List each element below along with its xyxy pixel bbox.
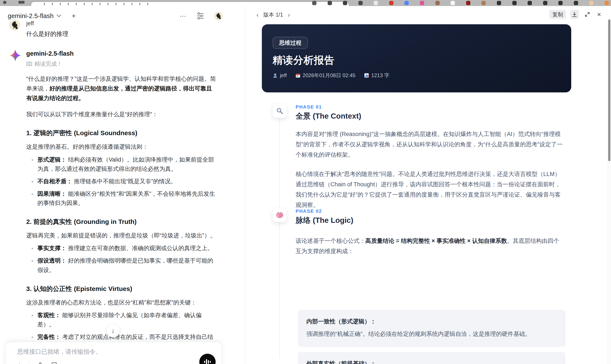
menubar-icon-fragment [605, 1, 609, 5]
menubar-icon-fragment [574, 1, 578, 5]
menubar-icon-fragment [435, 1, 440, 5]
next-version-button[interactable]: › [288, 12, 290, 18]
chevron-down-icon[interactable] [56, 14, 61, 17]
arrow-down-icon: ↓ [111, 327, 115, 335]
preview-header: ‹ 版本 1/1 › 复制 × [245, 6, 611, 23]
menu-bar [0, 0, 611, 6]
user-avatar[interactable] [214, 12, 223, 20]
assistant-status-text: 精读完成！ [34, 60, 62, 68]
hero-badge: 思维过程 [273, 37, 308, 49]
magnifier-icon [273, 104, 287, 118]
download-button[interactable] [570, 10, 579, 19]
menubar-icon-fragment [451, 1, 455, 5]
preview-scrollbar[interactable] [608, 18, 611, 364]
section-heading: 2. 前提的真实性 (Grounding in Truth) [26, 218, 217, 226]
version-navigator: ‹ 版本 1/1 › [256, 11, 290, 18]
app-window: gemini-2.5-flash + ⋯ [0, 6, 611, 364]
model-selector[interactable]: gemini-2.5-flash [8, 12, 53, 20]
menubar-icon-fragment [404, 1, 409, 5]
section-desc: 逻辑再完美，如果前提是错误的，推理也是垃圾（即“垃圾进，垃圾出”）。 [26, 231, 217, 240]
scrollbar-thumb[interactable] [608, 19, 610, 161]
assistant-message: gemini-2.5-flash 精读完成！ “什么是好的推理？”这是一个涉及逻… [9, 49, 224, 364]
section-heading: 3. 认知的公正性 (Epistemic Virtues) [26, 285, 217, 293]
report-meta: jeff 2026年01月08日 02:45 1213 字 [273, 72, 389, 79]
book-icon [26, 62, 32, 67]
copy-button[interactable]: 复制 [549, 10, 566, 19]
bullet-item: 因果清晰： 能准确区分“相关性”和“因果关系”，不会轻率地将先后发生的事情归为因… [26, 189, 217, 208]
bullet-item: 事实支撑： 推理建立在可靠的数据、准确的观测或公认的真理之上。 [26, 244, 217, 253]
close-panel-button[interactable]: × [596, 11, 602, 18]
skills-diamonds-icon[interactable] [37, 362, 44, 364]
waveform-icon [203, 358, 212, 364]
new-chat-button[interactable]: + [72, 12, 76, 20]
phase-body: 本内容是对“推理 (Reasoning)”这一抽象概念的高层建模。在知识爆炸与人… [296, 129, 563, 219]
scroll-to-bottom-button[interactable]: ↓ [106, 324, 120, 337]
more-options-button[interactable]: ⋯ [180, 12, 186, 20]
menubar-glyph-fragment [18, 1, 25, 4]
user-name: jeff [26, 20, 68, 27]
chat-messages: jeff 什么是好的推理 [9, 19, 224, 364]
assistant-paragraph: 我们可以从以下四个维度来衡量什么是“好的推理”： [26, 110, 217, 119]
timeline-line [279, 113, 280, 358]
settings-sliders-icon[interactable] [197, 12, 204, 20]
attach-plus-button[interactable]: + [17, 362, 22, 364]
bullet-item: 不自相矛盾： 推理链条中不能出现“既是又非”的情况。 [26, 177, 217, 186]
phase-label: PHASE 02 [296, 208, 322, 214]
menubar-icon-fragment [312, 1, 317, 5]
user-message: jeff 什么是好的推理 [9, 19, 224, 38]
bullet-item: 形式逻辑： 结构必须有效（Valid）。比如演绎推理中，如果前提全部为真，那么通… [26, 155, 217, 174]
download-icon [572, 12, 577, 17]
section-heading: 1. 逻辑的严密性 (Logical Soundness) [26, 129, 217, 138]
menubar-icon-fragment [420, 1, 424, 5]
screen: gemini-2.5-flash + ⋯ [0, 0, 611, 364]
date-meta: 2026年01月08日 02:45 [295, 72, 356, 79]
author-meta: jeff [273, 72, 287, 78]
phase-paragraph: 该论述基于一个核心公式：高质量结论 = 结构完整性 × 事实准确性 × 认知自律… [296, 236, 563, 256]
phase-title: 脉络 (The Logic) [296, 215, 353, 225]
fullscreen-button[interactable] [583, 10, 592, 19]
phase-body: 该论述基于一个核心公式：高质量结论 = 结构完整性 × 事实准确性 × 认知自律… [296, 236, 563, 265]
message-input-placeholder[interactable]: 思维接口已就绪，请传输指令。 [17, 348, 102, 356]
assistant-status: 精读完成！ [26, 60, 217, 68]
user-message-text: 什么是好的推理 [26, 30, 68, 38]
calendar-icon [295, 73, 301, 78]
menubar-icon-fragment [528, 1, 532, 5]
card-title: 外部真实性（前提基础）： [306, 360, 557, 364]
artifact-preview-panel: ‹ 版本 1/1 › 复制 × 思维过 [245, 6, 611, 364]
bullet-list: 形式逻辑： 结构必须有效（Valid）。比如演绎推理中，如果前提全部为真，那么通… [26, 155, 217, 208]
report-body: PHASE 01 全景 (The Context) 本内容是对“推理 (Reas… [262, 92, 571, 363]
phase-title: 全景 (The Context) [296, 111, 361, 121]
brain-icon [273, 208, 287, 222]
section-desc: 这涉及推理者的心态和方法论，也是区分“杠精”和“思想家”的关键： [26, 298, 217, 307]
card-text: 强调推理的“机械正确”。结论必须在给定的规则系统内逻辑自洽，这是推理的硬件基础。 [306, 329, 557, 339]
prev-version-button[interactable]: ‹ [256, 12, 259, 18]
report-hero: 思维过程 精读分析报告 jeff 2026年01月08日 02:45 [262, 24, 571, 92]
report-title: 精读分析报告 [273, 53, 334, 67]
phase-paragraph: 本内容是对“推理 (Reasoning)”这一抽象概念的高层建模。在知识爆炸与人… [296, 129, 563, 160]
menubar-icon-fragment [466, 1, 470, 5]
menubar-icon-fragment [389, 1, 393, 5]
version-label: 版本 1/1 [263, 11, 283, 18]
bullet-list: 事实支撑： 推理建立在可靠的数据、准确的观测或公认的真理之上。 假设透明： 好的… [26, 244, 217, 275]
menubar-icon-fragments [312, 1, 609, 5]
phase-paragraph: 核心情境在于解决“思考的随意性”问题。不论是人类通过批判性思维进行决策，还是大语… [296, 169, 563, 210]
menubar-text-fragments [44, 3, 148, 5]
menubar-icon-fragment [481, 1, 486, 5]
menubar-icon-fragment [497, 1, 501, 5]
expand-icon [584, 12, 590, 17]
message-input-card[interactable]: 思维接口已就绪，请传输指令。 + [5, 342, 222, 364]
gemini-star-icon [9, 49, 22, 62]
bookmark-icon[interactable] [51, 362, 57, 364]
menubar-icon-fragment [328, 1, 332, 5]
voice-input-button[interactable] [199, 354, 216, 364]
phase-label: PHASE 01 [296, 104, 322, 110]
dimension-cards: 内部一致性（形式逻辑）： 强调推理的“机械正确”。结论必须在给定的规则系统内逻辑… [298, 310, 565, 364]
card-title: 内部一致性（形式逻辑）： [306, 318, 557, 325]
dimension-card: 外部真实性（前提基础）： 强调推理的“经验校准”。解决“GIGO（垃圾进，垃圾出… [298, 352, 565, 364]
menubar-icon-fragment [374, 1, 378, 5]
menubar-icon-fragment [558, 1, 563, 5]
bullet-item: 客观性： 能够识别并尽量排除个人偏见（如幸存者偏差、确认偏差）。 [26, 311, 217, 329]
menubar-icon-fragment [359, 1, 363, 5]
user-avatar [9, 19, 20, 30]
toolbar-divider [29, 362, 29, 364]
